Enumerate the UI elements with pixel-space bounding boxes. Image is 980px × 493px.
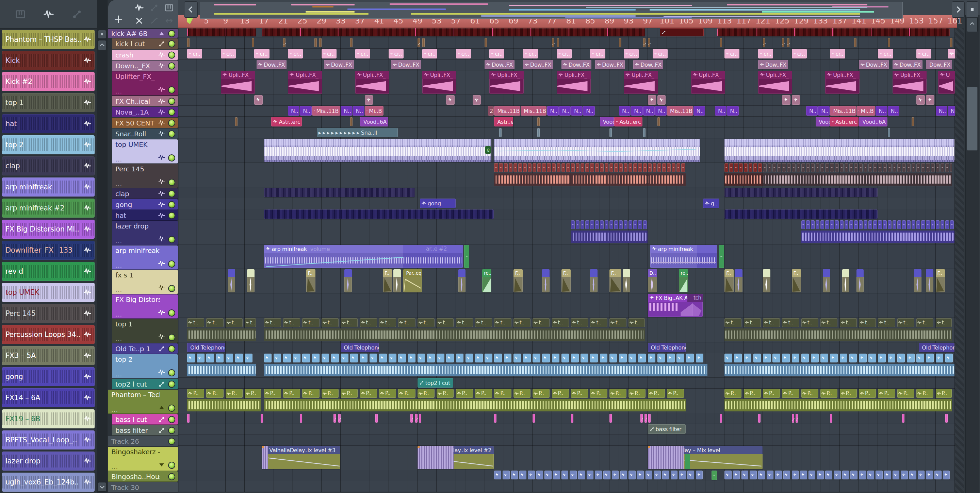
audio-clip[interactable]: e xyxy=(264,139,492,162)
fx-clip[interactable]: F.. xyxy=(514,269,523,292)
pattern-chip[interactable] xyxy=(657,354,665,363)
picker-item[interactable]: FX3 – 5A xyxy=(2,346,95,365)
audio-clip[interactable]: Mis..11B xyxy=(667,106,693,116)
audio-clip[interactable]: N.. xyxy=(643,106,655,116)
fx-clip[interactable]: F.. xyxy=(306,269,315,292)
pattern-chip[interactable]: P.. xyxy=(897,389,914,398)
automation-link-icon[interactable] xyxy=(158,416,165,423)
pattern-chip[interactable] xyxy=(245,354,253,363)
pattern-chip[interactable] xyxy=(562,471,569,479)
pattern-chip[interactable] xyxy=(528,163,531,172)
pattern-chip[interactable]: t.. xyxy=(859,318,876,327)
pattern-chip[interactable] xyxy=(388,354,396,363)
pattern-chip[interactable] xyxy=(552,163,556,172)
audio-wave-icon[interactable] xyxy=(158,109,165,116)
pattern-chip[interactable] xyxy=(533,163,536,172)
track-mute-led[interactable] xyxy=(168,130,175,137)
pattern-chip[interactable] xyxy=(912,220,915,229)
track-header[interactable]: Nova_..1A xyxy=(112,107,178,117)
pattern-chip[interactable] xyxy=(830,354,838,363)
track-header[interactable]: Old Te..p 1 xyxy=(112,343,178,354)
pattern-chip[interactable]: P.. xyxy=(744,389,761,398)
vertical-scroll-thumb[interactable] xyxy=(967,87,978,151)
track-header[interactable]: fx s 1... xyxy=(112,270,178,294)
pattern-chip[interactable] xyxy=(772,354,780,363)
automation-marker-clip[interactable] xyxy=(644,414,647,423)
picker-item[interactable]: top 1 xyxy=(2,93,95,112)
picker-item[interactable]: FX Big Distorsion MI.. xyxy=(2,220,95,239)
pattern-chip[interactable] xyxy=(811,163,815,172)
playlist-row[interactable]: cr..cr..cr..cr..cr..cr..cr..cr..cr..cr..… xyxy=(178,49,964,60)
track-mute-led[interactable] xyxy=(168,212,175,219)
automation-marker-clip[interactable] xyxy=(720,38,722,47)
pattern-chip[interactable] xyxy=(811,354,819,363)
pattern-chip[interactable] xyxy=(835,163,839,172)
audio-clip[interactable]: cr.. xyxy=(878,49,893,59)
fx-clip[interactable]: F.. xyxy=(936,269,945,292)
audio-clip[interactable]: cr.. xyxy=(288,49,303,59)
pattern-chip[interactable]: t.. xyxy=(379,318,396,327)
pattern-chip[interactable] xyxy=(595,220,599,229)
clip-sequence[interactable]: P..P..P..P..P..P..P..P..P..P..P..P.. xyxy=(724,389,952,412)
pattern-chip[interactable]: t.. xyxy=(916,318,933,327)
automation-link-icon[interactable] xyxy=(158,381,165,388)
pattern-chip[interactable] xyxy=(624,220,627,229)
automation-marker-clip[interactable] xyxy=(375,414,378,423)
pattern-chip[interactable] xyxy=(466,354,473,363)
clip-sequence[interactable] xyxy=(648,163,686,186)
automation-marker-clip[interactable] xyxy=(319,38,321,47)
pattern-chip[interactable] xyxy=(724,354,732,363)
pattern-chip[interactable] xyxy=(503,471,510,479)
picker-scroll-down-button[interactable] xyxy=(98,482,106,491)
pattern-chip[interactable]: P.. xyxy=(667,389,684,398)
pattern-chip[interactable] xyxy=(744,163,748,172)
audio-clip[interactable]: cr.. xyxy=(254,49,269,59)
pattern-chip[interactable] xyxy=(283,354,291,363)
pattern-chip[interactable] xyxy=(456,354,464,363)
playlist-row[interactable] xyxy=(178,37,964,49)
pattern-chip[interactable] xyxy=(734,354,742,363)
pattern-chip[interactable] xyxy=(676,163,680,172)
picker-item[interactable]: lazer drop xyxy=(2,452,95,471)
automation-marker-clip[interactable] xyxy=(494,414,496,423)
fx-clip[interactable] xyxy=(914,269,921,292)
pattern-chip[interactable] xyxy=(897,354,905,363)
pattern-chip[interactable] xyxy=(643,220,647,229)
picker-item[interactable]: Kick xyxy=(2,51,95,70)
track-header[interactable]: bass filter xyxy=(112,425,178,436)
automation-marker-clip[interactable] xyxy=(643,38,646,47)
audio-clip[interactable]: cr.. xyxy=(916,49,931,59)
pattern-chip[interactable] xyxy=(570,471,577,479)
pattern-chip[interactable] xyxy=(427,354,435,363)
pattern-chip[interactable] xyxy=(633,163,637,172)
automation-marker-clip[interactable] xyxy=(350,117,353,126)
audio-clip[interactable]: Mi..B xyxy=(365,106,383,116)
pattern-chip[interactable] xyxy=(206,354,214,363)
playlist-row[interactable]: ValhallaDelay..ix level #3ValhallaDelay.… xyxy=(178,446,964,470)
pattern-chip[interactable]: t.. xyxy=(283,318,300,327)
pattern-clip[interactable] xyxy=(717,28,950,36)
pattern-chip[interactable] xyxy=(350,354,358,363)
track-header[interactable]: FX Big Distorsio..... xyxy=(112,295,178,319)
automation-marker-clip[interactable] xyxy=(619,38,621,47)
clip-sequence[interactable]: t..t..t..t.. xyxy=(187,318,256,341)
pattern-chip[interactable] xyxy=(494,163,498,172)
playlist-row[interactable]: Astr..ercVood..6AAstr..ercVood.Astr..erc… xyxy=(178,117,964,127)
pattern-chip[interactable] xyxy=(331,354,339,363)
audio-clip[interactable] xyxy=(916,95,924,105)
pattern-chip[interactable] xyxy=(940,163,944,172)
audio-clip[interactable]: N.. xyxy=(353,106,364,116)
pattern-chip[interactable] xyxy=(600,220,604,229)
pattern-chip[interactable]: t.. xyxy=(360,318,377,327)
pattern-chip[interactable] xyxy=(850,220,853,229)
track-mute-led[interactable] xyxy=(168,473,175,480)
track-mute-led[interactable] xyxy=(168,260,175,268)
pattern-chip[interactable] xyxy=(733,471,740,479)
pattern-chip[interactable]: t.. xyxy=(264,318,281,327)
audio-wave-icon[interactable] xyxy=(158,212,165,219)
playlist-row[interactable] xyxy=(178,95,964,106)
pattern-chip[interactable] xyxy=(883,163,887,172)
audio-clip[interactable]: N.. xyxy=(936,106,947,116)
pattern-chip[interactable] xyxy=(293,354,301,363)
pattern-chip[interactable] xyxy=(619,354,627,363)
